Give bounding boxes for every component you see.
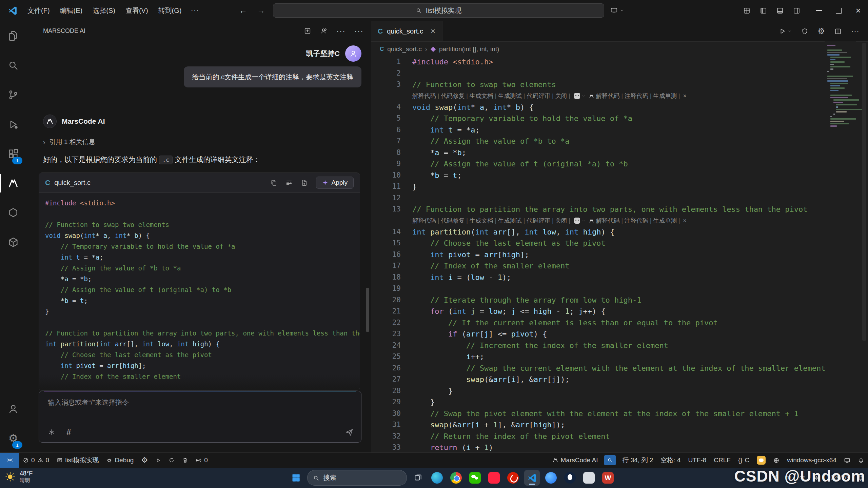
language-pack[interactable] — [769, 453, 783, 468]
app-gray-button[interactable] — [581, 470, 597, 486]
close-button[interactable]: × — [848, 0, 868, 21]
code-line[interactable]: 16 int pivot = arr[high]; — [371, 249, 825, 261]
menu-item[interactable]: 查看(V) — [120, 0, 153, 21]
maximize-button[interactable] — [829, 0, 848, 21]
sidebar-scrollbar[interactable] — [366, 288, 369, 332]
netease-music-button[interactable] — [505, 470, 521, 486]
code-line[interactable]: 27 swap(&arr[i], &arr[j]); — [371, 374, 825, 385]
code-line[interactable]: 4void swap(int* a, int* b) { — [371, 102, 825, 113]
wps-button[interactable]: W — [600, 470, 616, 486]
forward-button[interactable]: → — [257, 0, 265, 21]
code-line[interactable]: 7 // Assign the value of *b to *a — [371, 136, 825, 147]
chat-input[interactable]: 输入消息或者“/”来选择指令 # — [39, 391, 361, 443]
code-line[interactable]: 17 // Index of the smaller element — [371, 260, 825, 272]
indentation[interactable]: 空格: 4 — [657, 453, 684, 468]
view-more-icon[interactable]: ··· — [354, 27, 363, 34]
codelens-action[interactable]: 生成文档 — [470, 217, 493, 225]
profile-dropdown[interactable] — [610, 0, 625, 21]
send-button[interactable] — [345, 428, 354, 437]
language-mode[interactable]: {}C — [734, 453, 753, 468]
ai-plugin-status[interactable] — [753, 453, 769, 468]
codelens-action[interactable]: 注释代码 — [625, 92, 648, 100]
code-line[interactable]: 21 for (int j = low; j <= high - 1; j++)… — [371, 306, 825, 317]
vscode-taskbar-button[interactable] — [524, 470, 540, 486]
breadcrumb-file[interactable]: quick_sort.c — [387, 45, 421, 53]
codelens-action[interactable]: 生成文档 — [470, 92, 493, 100]
chrome-button[interactable] — [448, 470, 464, 486]
broadcast-status[interactable]: 0 — [192, 453, 212, 468]
code-line[interactable]: 22 // If the current element is less tha… — [371, 317, 825, 329]
activity-marscode[interactable] — [0, 168, 26, 198]
activity-source-control[interactable] — [0, 80, 26, 109]
new-chat-icon[interactable] — [304, 27, 311, 35]
toggle-secondary-sidebar-icon[interactable] — [788, 0, 805, 21]
code-line[interactable]: 23 if (arr[j] <= pivot) { — [371, 328, 825, 340]
command-center-search[interactable]: list模拟实现 — [273, 3, 604, 18]
code-line[interactable]: 18 int i = (low - 1); — [371, 272, 825, 283]
activity-run-debug[interactable] — [0, 109, 26, 139]
start-button[interactable] — [288, 470, 304, 486]
breadcrumb-symbol[interactable]: partition(int [], int, int) — [439, 45, 499, 53]
new-file-icon[interactable] — [301, 179, 308, 186]
run-task[interactable] — [152, 453, 165, 468]
codelens-action[interactable]: 代码评审 — [527, 92, 550, 100]
remote-indicator[interactable]: >< — [0, 453, 19, 468]
encoding[interactable]: UTF-8 — [684, 453, 710, 468]
code-line[interactable]: 26 // Swap the current element with the … — [371, 363, 825, 374]
chevron-down-icon[interactable] — [581, 219, 586, 223]
share-user-icon[interactable] — [320, 27, 328, 35]
codelens-action[interactable]: 关闭 — [555, 217, 567, 225]
tasks-gear[interactable]: ⚙ — [137, 453, 152, 468]
activity-hexagon-plugin[interactable] — [0, 198, 26, 227]
menu-item[interactable]: 文件(F) — [22, 0, 55, 21]
codelens-close-icon[interactable]: × — [683, 217, 687, 224]
code-line[interactable]: 12 — [371, 192, 825, 204]
apply-button[interactable]: Apply — [316, 177, 354, 189]
tab-quick-sort[interactable]: C quick_sort.c × — [371, 21, 442, 41]
cursor-position[interactable]: 行 34, 列 2 — [618, 453, 657, 468]
compiler-status[interactable]: windows-gcc-x64 — [783, 453, 840, 468]
chevron-down-icon[interactable] — [581, 94, 586, 98]
marscode-status[interactable]: MarsCode AI — [549, 453, 602, 468]
menu-item[interactable]: 编辑(E) — [55, 0, 88, 21]
code-line[interactable]: 13// Function to partition the array int… — [371, 204, 825, 215]
code-line[interactable]: 6 int t = *a; — [371, 124, 825, 136]
code-line[interactable]: 10 *b = t; — [371, 170, 825, 181]
code-line[interactable]: 2 — [371, 68, 825, 79]
menu-item[interactable]: 选择(S) — [87, 0, 120, 21]
codelens-action[interactable]: 代码修复 — [441, 217, 465, 225]
problems-status[interactable]: 0 0 — [19, 453, 53, 468]
split-editor-icon[interactable] — [834, 28, 842, 35]
doubao-icon[interactable] — [574, 218, 580, 224]
activity-extensions[interactable]: 1 — [0, 139, 26, 168]
code-editor[interactable]: 1#include <stdio.h>2 3// Function to swa… — [371, 56, 825, 453]
insert-code-icon[interactable] — [285, 179, 293, 186]
zoom-indicator[interactable] — [604, 455, 616, 465]
code-line[interactable]: 8 *a = *b; — [371, 147, 825, 159]
reference-toggle[interactable]: › 引用 1 相关信息 — [43, 138, 371, 146]
code-line[interactable]: 33 return (i + 1) — [371, 442, 825, 453]
minimap[interactable] — [825, 41, 856, 453]
codelens-action[interactable]: 注释代码 — [625, 217, 648, 225]
shield-icon[interactable] — [801, 28, 808, 35]
codelens-action[interactable]: 生成测试 — [498, 92, 522, 100]
menu-more-button[interactable]: ··· — [186, 0, 203, 21]
codelens-action[interactable]: 解释代码 — [596, 92, 620, 100]
minimize-button[interactable] — [809, 0, 829, 21]
customize-layout-icon[interactable] — [738, 0, 755, 21]
editor-more-icon[interactable]: ··· — [851, 26, 859, 36]
close-icon[interactable]: × — [431, 26, 435, 36]
app-red-button[interactable] — [486, 470, 502, 486]
screencast-status[interactable] — [840, 453, 854, 468]
skills-icon[interactable] — [48, 428, 56, 436]
panel-more-icon[interactable]: ··· — [336, 27, 346, 34]
codelens-action[interactable]: 代码评审 — [527, 217, 550, 225]
code-line[interactable]: 9 // Assign the value of t (original *a)… — [371, 158, 825, 170]
codelens-action[interactable]: 生成单测 — [653, 217, 677, 225]
taskbar-search[interactable]: 搜索 — [307, 470, 407, 486]
codelens-action[interactable]: 代码修复 — [441, 92, 465, 100]
browser-blue-button[interactable] — [543, 470, 559, 486]
notifications[interactable] — [854, 453, 868, 468]
code-line[interactable]: 15 // Choose the last element as the piv… — [371, 238, 825, 249]
wechat-button[interactable] — [467, 470, 483, 486]
